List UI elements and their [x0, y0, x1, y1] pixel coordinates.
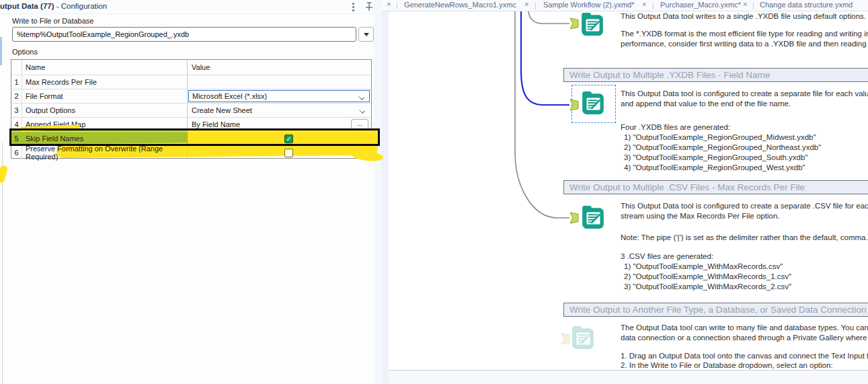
tab-close-icon[interactable]: ×	[387, 0, 391, 8]
output-data-tool-icon[interactable]	[580, 11, 605, 37]
configuration-panel-header: utput Data (77) - Configuration	[0, 0, 382, 14]
tab-sample-workflow[interactable]: Sample Workflow (2).yxmd*	[543, 1, 635, 9]
input-anchor-selected[interactable]	[569, 99, 579, 111]
yxdb-line: This Output Data tool is configured to c…	[621, 89, 868, 98]
panel-title: utput Data (77) - Configuration	[0, 2, 107, 10]
panel-right-gutter	[374, 0, 382, 384]
csv-generated-label: 3 .CSV files are generated:	[621, 252, 713, 260]
wire-gray-bottom[interactable]	[515, 11, 569, 218]
tab-close-icon[interactable]: ×	[743, 0, 747, 8]
yxdb-line: and append that value to the end of the …	[621, 100, 791, 108]
csv-file-item: 2) "OutputToolExample_WithMaxRecords_1.c…	[624, 272, 791, 280]
table-row[interactable]: 3 Output Options Create New Sheet	[11, 103, 371, 117]
tab-separator	[535, 2, 536, 9]
workflow-canvas[interactable]: This Output Data tool writes to a single…	[389, 11, 868, 370]
tab-separator	[753, 2, 754, 9]
file-format-combobox[interactable]: Microsoft Excel (*.xlsx)	[188, 90, 370, 102]
panel-title-suffix: - Configuration	[54, 2, 108, 10]
canvas-bottom-strip	[389, 370, 868, 384]
options-label: Options	[12, 48, 38, 56]
input-anchor[interactable]	[569, 17, 579, 30]
panel-edge-accent	[0, 37, 2, 65]
column-header-name: Name	[22, 60, 187, 75]
panel-title-tool: utput Data (77)	[0, 2, 54, 10]
document-tab-bar: × GenerateNewRows_Macro1.yxmc × Sample W…	[382, 0, 868, 11]
yxdb-file-item: 4) "OutputToolExample_RegionGrouped_West…	[624, 163, 805, 171]
table-row[interactable]: 2 File Format Microsoft Excel (*.xlsx)	[11, 89, 371, 103]
section-header-yxdb: Write Output to Multiple .YXDB Files - F…	[563, 68, 868, 82]
table-row-preserve-formatting[interactable]: 6 Preserve Formatting on Overwrite (Rang…	[11, 145, 371, 159]
other-line: The Output Data tool can write to many f…	[621, 323, 868, 332]
pin-icon[interactable]	[364, 1, 374, 12]
workflow-area: × GenerateNewRows_Macro1.yxmc × Sample W…	[382, 0, 868, 384]
csv-file-item: 3) "OutputToolExample_WithMaxRecords_2.c…	[624, 282, 791, 291]
csv-line: stream using the Max Records Per File op…	[621, 212, 780, 220]
options-table: Name Value 1 Max Records Per File 2 File…	[11, 59, 372, 159]
chevron-down-icon	[359, 95, 364, 100]
intro-line: performance, consider first writing data…	[621, 40, 868, 48]
app-window: utput Data (77) - Configuration Write to…	[0, 0, 868, 384]
write-to-file-label: Write to File or Database	[12, 17, 93, 25]
tab-separator	[653, 2, 654, 9]
table-row-skip-field-names[interactable]: 5 Skip Field Names ✓	[11, 131, 371, 145]
tab-generatenewrows[interactable]: GenerateNewRows_Macro1.yxmc	[404, 1, 516, 9]
tab-separator	[397, 2, 397, 9]
tab-close-icon[interactable]: ×	[642, 0, 646, 8]
output-data-tool-icon-selected[interactable]	[580, 90, 606, 116]
output-data-tool-icon[interactable]	[580, 204, 606, 230]
max-records-value[interactable]	[187, 75, 371, 89]
column-header-value: Value	[187, 60, 371, 75]
output-options-value: Create New Sheet	[192, 106, 252, 114]
other-step: 2. In the Write to File or Database drop…	[621, 361, 833, 369]
kebab-menu-icon[interactable]	[352, 3, 354, 5]
file-path-dropdown-button[interactable]	[358, 27, 374, 42]
input-anchor[interactable]	[569, 212, 579, 224]
preserve-formatting-checkbox[interactable]	[284, 149, 293, 157]
configuration-panel: utput Data (77) - Configuration Write to…	[0, 0, 382, 384]
table-header-row: Name Value	[11, 60, 371, 75]
intro-line: This Output Data tool writes to a single…	[621, 12, 866, 20]
section-header-csv: Write Output to Multiple .CSV Files - Ma…	[563, 180, 868, 194]
output-options-combobox[interactable]: Create New Sheet	[188, 104, 370, 116]
table-row[interactable]: 1 Max Records Per File	[11, 75, 371, 89]
yxdb-file-item: 3) "OutputToolExample_RegionGrouped_Sout…	[624, 153, 807, 161]
yxdb-file-item: 2) "OutputToolExample_RegionGrouped_Nort…	[624, 143, 821, 151]
wire-blue-selected[interactable]	[521, 11, 569, 105]
csv-file-item: 1) "OutputToolExample_WithMaxRecords.csv…	[624, 262, 783, 270]
ellipsis-button[interactable]: ...	[351, 119, 368, 130]
tab-change-data-structure[interactable]: Change data structure.yxmd	[760, 1, 853, 9]
yxdb-generated-label: Four .YXDB files are generated:	[621, 123, 730, 131]
csv-note: Note: The pipe ('|') is set as the delim…	[621, 233, 868, 241]
tab-close-icon[interactable]: ×	[524, 0, 528, 8]
file-path-input[interactable]	[12, 27, 356, 42]
file-format-value: Microsoft Excel (*.xlsx)	[192, 92, 267, 100]
tab-purchaser-macro[interactable]: Purchaser_Macro.yxmc*	[660, 1, 741, 9]
wire-gray-top[interactable]	[528, 11, 569, 24]
chevron-down-icon	[364, 33, 369, 36]
input-anchor-ghost	[561, 333, 570, 345]
yxdb-file-item: 1) "OutputToolExample_RegionGrouped_Midw…	[624, 133, 816, 141]
other-line: data connection or a connection shared t…	[621, 334, 868, 342]
skip-field-names-checkbox[interactable]: ✓	[284, 135, 293, 143]
marker-tail	[0, 165, 8, 184]
csv-line: This Output Data tool is configured to c…	[621, 202, 868, 210]
intro-line: The *.YXDB format is the most efficient …	[621, 30, 868, 38]
section-header-other: Write Output to Another File Type, a Dat…	[563, 303, 868, 317]
chevron-down-icon	[360, 108, 364, 113]
other-step: 1. Drag an Output Data tool onto the can…	[621, 352, 868, 360]
append-field-map-value: By Field Name	[192, 120, 240, 128]
output-data-tool-icon-ghost	[570, 325, 596, 350]
